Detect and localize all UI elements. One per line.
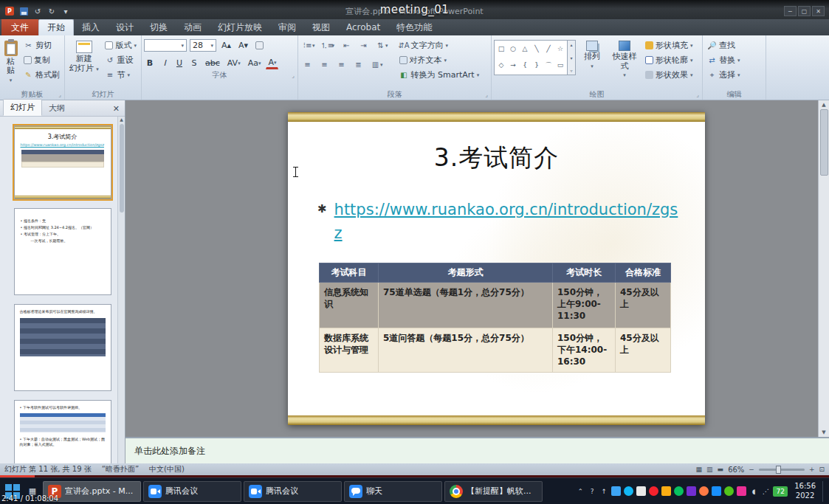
tray-icon[interactable] (636, 486, 646, 496)
bullets-button[interactable]: ⁝≡▾ (300, 39, 317, 52)
taskbar-clock[interactable]: 16:56 2022 (791, 482, 819, 500)
app-icon[interactable]: P (4, 6, 15, 16)
zoom-in-button[interactable]: + (809, 466, 815, 473)
hyperlink[interactable]: https://www.ruankao.org.cn/introduction/… (334, 199, 681, 245)
columns-button[interactable]: ▥▾ (368, 58, 385, 71)
font-color-button[interactable]: A▾ (266, 57, 278, 69)
quick-styles-button[interactable]: 快速样式▾ (608, 37, 641, 84)
undo-button[interactable]: ↺ (32, 6, 43, 16)
tab-special-features[interactable]: 特色功能 (388, 19, 440, 35)
taskbar-app-tencent-meeting-2[interactable]: 腾讯会议 (244, 481, 342, 502)
slide-thumbnail-selected[interactable]: 3.考试简介 https://www.ruankao.org.cn/introd… (14, 125, 111, 199)
tray-icon[interactable] (611, 486, 621, 496)
change-case-button[interactable]: Aa▾ (246, 57, 264, 69)
pane-tab-outline[interactable]: 大纲 (42, 100, 72, 116)
slideshow-view-button[interactable]: ▬ (718, 466, 724, 473)
vertical-scrollbar[interactable]: ▲ ▼ (818, 100, 829, 437)
section-button[interactable]: ≡节▾ (103, 69, 139, 81)
align-left-button[interactable]: ≡ (300, 58, 314, 71)
increase-indent-button[interactable]: ⇥ (357, 39, 371, 52)
convert-smartart-button[interactable]: ◧转换为 SmartArt▾ (397, 69, 482, 81)
numbering-button[interactable]: ⒈≡▾ (320, 39, 337, 52)
tray-icon[interactable] (624, 486, 633, 496)
slide-thumbnail[interactable]: • 报名条件：无 • 报名时间和网址 3.24~4.2报名。（官网） • 考试受… (14, 208, 111, 295)
drawing-dialog-launcher[interactable]: ⌟ (696, 92, 699, 98)
paragraph-dialog-launcher[interactable]: ⌟ (485, 92, 488, 98)
italic-button[interactable]: I (159, 57, 171, 69)
volume-icon[interactable]: ◖ (749, 488, 758, 495)
strikethrough-button[interactable]: abc (203, 57, 222, 69)
scrollbar-thumb[interactable] (820, 109, 828, 176)
tab-home[interactable]: 开始 (38, 19, 74, 35)
tray-icon[interactable] (737, 486, 746, 496)
clear-formatting-button[interactable] (253, 39, 266, 52)
tab-design[interactable]: 设计 (108, 19, 142, 35)
language-indicator[interactable]: 中文(中国) (149, 464, 185, 474)
format-painter-button[interactable]: ✎格式刷 (21, 69, 62, 81)
shapes-scroll[interactable]: ▴▾▿ (568, 40, 576, 75)
pane-close-icon[interactable]: ✕ (108, 102, 125, 116)
select-button[interactable]: ⌖选择▾ (705, 69, 743, 81)
taskbar-app-chrome[interactable]: 【新提醒】帆软... (444, 481, 543, 502)
slide-editing-area[interactable]: 3.考试简介 ✱ https://www.ruankao.org.cn/intr… (125, 100, 829, 437)
qat-customize-button[interactable]: ▾ (61, 6, 71, 16)
tab-acrobat[interactable]: Acrobat (338, 19, 388, 35)
tray-icon[interactable] (699, 486, 709, 496)
text-shadow-button[interactable]: S (188, 57, 200, 69)
slide-canvas[interactable]: 3.考试简介 ✱ https://www.ruankao.org.cn/intr… (288, 112, 705, 425)
slide-sorter-view-button[interactable]: ▥ (706, 466, 713, 473)
taskbar-app-tencent-meeting[interactable]: 腾讯会议 (143, 481, 241, 502)
upload-tray-icon[interactable]: ↑ (599, 488, 608, 495)
align-right-button[interactable]: ≡ (334, 58, 348, 71)
reset-button[interactable]: ↺重设 (103, 54, 139, 66)
tray-icon[interactable] (724, 486, 734, 496)
font-dialog-launcher[interactable]: ⌟ (292, 72, 295, 79)
notes-pane[interactable]: 单击此处添加备注 (125, 437, 829, 463)
increase-font-size-button[interactable]: A▴ (219, 39, 233, 52)
shape-effects-button[interactable]: 形状效果▾ (643, 69, 695, 81)
minimize-button[interactable]: ─ (784, 6, 797, 16)
cut-button[interactable]: ✂剪切 (21, 39, 62, 52)
normal-view-button[interactable]: ▦ (696, 466, 703, 473)
shape-fill-button[interactable]: 形状填充▾ (643, 39, 695, 52)
clipboard-dialog-launcher[interactable]: ⌟ (58, 92, 61, 98)
zoom-out-button[interactable]: − (749, 466, 754, 473)
character-spacing-button[interactable]: AV▾ (225, 57, 243, 69)
scroll-up-icon[interactable]: ▲ (120, 117, 123, 122)
copy-button[interactable]: 复制 (21, 54, 62, 66)
redo-button[interactable]: ↻ (47, 6, 57, 16)
thumbnail-scrollbar[interactable]: ▲ (117, 117, 125, 463)
paste-button[interactable]: 粘贴▾ (2, 37, 19, 84)
replace-button[interactable]: ⇄替换▾ (705, 54, 743, 66)
close-button[interactable]: ✕ (812, 6, 825, 16)
tab-slideshow[interactable]: 幻灯片放映 (210, 19, 270, 35)
tray-icon[interactable] (674, 486, 684, 496)
tab-transitions[interactable]: 切换 (142, 19, 176, 35)
slide-thumbnail[interactable]: 合格标准理论发布后可以在官网查询成绩详情。 (14, 304, 111, 391)
tray-icon[interactable] (687, 486, 696, 496)
hidden-icons-chevron[interactable]: ⌃ (576, 488, 585, 495)
line-spacing-button[interactable]: ⇅▾ (374, 39, 391, 52)
decrease-font-size-button[interactable]: A▾ (236, 39, 250, 52)
new-slide-button[interactable]: 新建幻灯片 ▾ (67, 37, 100, 84)
slide-thumbnail[interactable]: • 下午考软件测试可以考软件评测师。 • 下午大题：自动化测试；黑盒测试；Web… (14, 400, 111, 463)
shape-outline-button[interactable]: 形状轮廓▾ (643, 54, 695, 66)
show-desktop-button[interactable] (822, 481, 826, 502)
arrange-button[interactable]: 排列▾ (578, 37, 606, 84)
scrollbar-thumb[interactable] (120, 124, 124, 213)
tab-animations[interactable]: 动画 (176, 19, 210, 35)
tray-icon[interactable] (661, 486, 671, 496)
taskbar-app-chat[interactable]: 聊天 (344, 481, 442, 502)
tab-view[interactable]: 视图 (304, 19, 338, 35)
zoom-slider[interactable] (759, 469, 805, 471)
align-text-button[interactable]: 对齐文本▾ (397, 54, 482, 66)
layout-button[interactable]: 版式▾ (103, 39, 139, 52)
tab-review[interactable]: 审阅 (270, 19, 304, 35)
fit-to-window-button[interactable]: ⊡ (819, 466, 825, 473)
help-tray-icon[interactable]: ? (588, 488, 596, 495)
decrease-indent-button[interactable]: ⇤ (340, 39, 354, 52)
save-button[interactable] (18, 6, 29, 16)
align-center-button[interactable]: ≡ (317, 58, 331, 71)
scroll-down-icon[interactable]: ▼ (822, 429, 825, 435)
font-size-combobox[interactable]: 28▾ (190, 39, 216, 52)
